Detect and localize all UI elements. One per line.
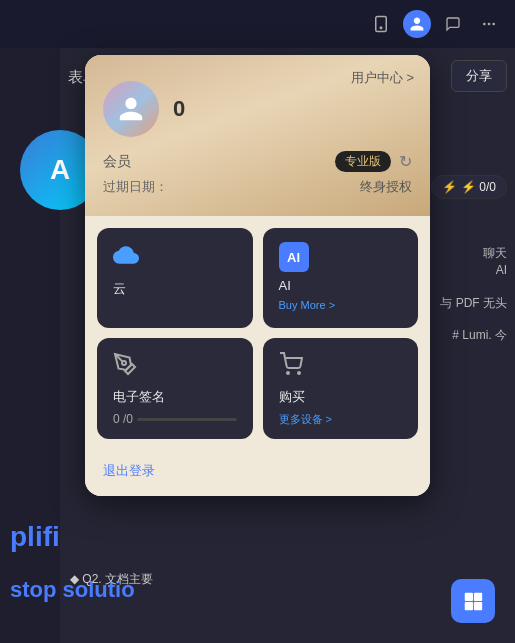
user-icon[interactable]: [403, 10, 431, 38]
right-item-3: # Lumi. 今: [440, 327, 507, 344]
user-center-link[interactable]: 用户中心 >: [351, 69, 414, 87]
buy-card: 购买 更多设备 >: [263, 338, 419, 439]
logout-link[interactable]: 退出登录: [103, 463, 155, 478]
ai-card: AI AI Buy More >: [263, 228, 419, 328]
ai-card-title: AI: [279, 278, 403, 293]
cart-icon: [279, 352, 403, 382]
svg-rect-5: [465, 593, 473, 601]
svg-rect-8: [474, 602, 482, 610]
svg-rect-6: [474, 593, 482, 601]
svg-rect-7: [465, 602, 473, 610]
buy-card-title: 购买: [279, 388, 403, 406]
more-icon[interactable]: [475, 10, 503, 38]
svg-point-10: [287, 372, 289, 374]
ai-buy-more-link[interactable]: Buy More >: [279, 299, 403, 311]
cloud-icon: [113, 242, 237, 274]
ai-icon-text: AI: [287, 250, 300, 265]
plifi-text: plifi: [0, 521, 60, 553]
user-count: 0: [173, 96, 185, 122]
expiry-label: 过期日期：: [103, 178, 168, 196]
sign-card: 电子签名 0 /0: [97, 338, 253, 439]
logout-row: 退出登录: [85, 451, 430, 496]
expiry-row: 过期日期： 终身授权: [103, 178, 412, 196]
svg-point-4: [492, 23, 495, 26]
chat-icon[interactable]: [439, 10, 467, 38]
lightning-icon: ⚡: [442, 180, 457, 194]
svg-point-3: [488, 23, 491, 26]
svg-point-2: [483, 23, 486, 26]
refresh-icon[interactable]: ↻: [399, 152, 412, 171]
ai-icon: AI: [279, 242, 309, 272]
progress-bar: [137, 418, 236, 421]
sign-progress-row: 0 /0: [113, 412, 237, 426]
chat-bubble-button[interactable]: [451, 579, 495, 623]
svg-point-1: [380, 27, 382, 29]
right-item-2: 与 PDF 无头: [440, 295, 507, 312]
svg-point-11: [298, 372, 300, 374]
circle-text: A: [50, 154, 70, 186]
sign-card-title: 电子签名: [113, 388, 237, 406]
pro-badge: 专业版: [335, 151, 391, 172]
member-row: 会员 专业版 ↻: [103, 151, 412, 172]
sign-progress-text: 0 /0: [113, 412, 133, 426]
cloud-card: 云: [97, 228, 253, 328]
badge-text: ⚡ 0/0: [461, 180, 496, 194]
right-panel-glimpse: 聊天AI 与 PDF 无头 # Lumi. 今: [440, 245, 507, 344]
share-button[interactable]: 分享: [451, 60, 507, 92]
popup-header: 用户中心 > 0 会员 专业版 ↻ 过期日期： 终身授权: [85, 55, 430, 216]
cloud-card-title: 云: [113, 280, 237, 298]
lightning-badge: ⚡ ⚡ 0/0: [431, 175, 507, 199]
expiry-value: 终身授权: [360, 178, 412, 196]
right-item-1: 聊天AI: [440, 245, 507, 279]
tablet-icon[interactable]: [367, 10, 395, 38]
q2-text: ◆ Q2. 文档主要: [70, 571, 153, 588]
pen-icon: [113, 352, 237, 382]
user-info-row: 0: [103, 81, 412, 137]
member-right: 专业版 ↻: [335, 151, 412, 172]
top-bar: [0, 0, 515, 48]
member-label: 会员: [103, 153, 131, 171]
user-center-popup: 用户中心 > 0 会员 专业版 ↻ 过期日期： 终身授权: [85, 55, 430, 496]
cards-grid: 云 AI AI Buy More > 电子签名 0 /0: [85, 216, 430, 451]
more-devices-link[interactable]: 更多设备 >: [279, 412, 403, 427]
avatar: [103, 81, 159, 137]
svg-point-9: [122, 361, 126, 365]
